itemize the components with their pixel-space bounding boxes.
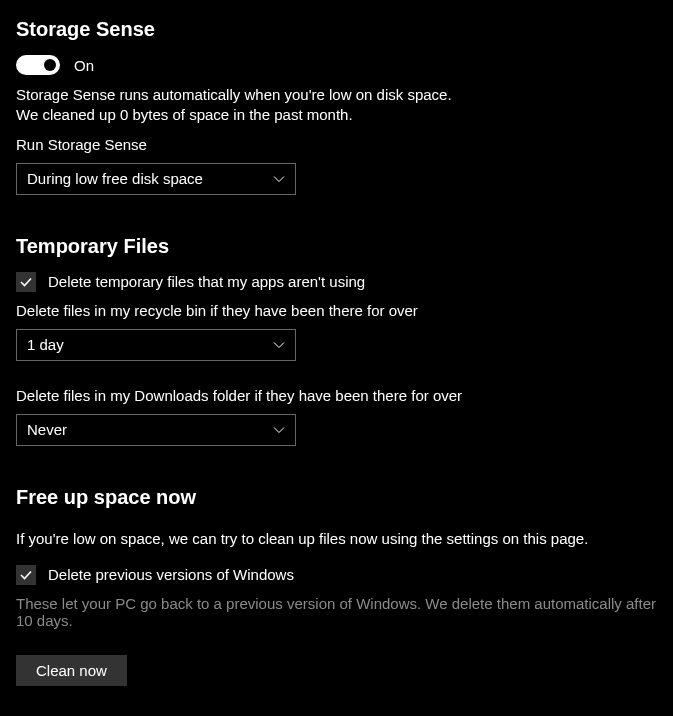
- toggle-knob: [44, 59, 56, 71]
- delete-previous-versions-label: Delete previous versions of Windows: [48, 566, 294, 583]
- clean-now-button[interactable]: Clean now: [16, 655, 127, 686]
- delete-temp-files-checkbox[interactable]: [16, 272, 36, 292]
- chevron-down-icon: [273, 339, 285, 351]
- storage-sense-toggle-row: On: [16, 55, 657, 75]
- downloads-value: Never: [27, 421, 67, 438]
- recycle-bin-label: Delete files in my recycle bin if they h…: [16, 302, 657, 319]
- temporary-files-heading: Temporary Files: [16, 235, 657, 258]
- delete-previous-versions-row: Delete previous versions of Windows: [16, 565, 657, 585]
- chevron-down-icon: [273, 173, 285, 185]
- delete-temp-files-label: Delete temporary files that my apps aren…: [48, 273, 365, 290]
- free-up-space-heading: Free up space now: [16, 486, 657, 509]
- run-storage-sense-value: During low free disk space: [27, 170, 203, 187]
- run-storage-sense-label: Run Storage Sense: [16, 136, 657, 153]
- storage-sense-toggle[interactable]: [16, 55, 60, 75]
- recycle-bin-dropdown[interactable]: 1 day: [16, 329, 296, 361]
- downloads-label: Delete files in my Downloads folder if t…: [16, 387, 657, 404]
- chevron-down-icon: [273, 424, 285, 436]
- storage-sense-section: Storage Sense On Storage Sense runs auto…: [16, 18, 657, 195]
- recycle-bin-value: 1 day: [27, 336, 64, 353]
- checkmark-icon: [19, 275, 33, 289]
- delete-previous-versions-checkbox[interactable]: [16, 565, 36, 585]
- temporary-files-section: Temporary Files Delete temporary files t…: [16, 235, 657, 446]
- storage-sense-toggle-label: On: [74, 57, 94, 74]
- storage-sense-description: Storage Sense runs automatically when yo…: [16, 85, 476, 126]
- previous-versions-hint: These let your PC go back to a previous …: [16, 595, 657, 629]
- free-up-space-section: Free up space now If you're low on space…: [16, 486, 657, 686]
- free-up-space-description: If you're low on space, we can try to cl…: [16, 529, 657, 549]
- run-storage-sense-dropdown[interactable]: During low free disk space: [16, 163, 296, 195]
- storage-sense-heading: Storage Sense: [16, 18, 657, 41]
- downloads-dropdown[interactable]: Never: [16, 414, 296, 446]
- delete-temp-files-row: Delete temporary files that my apps aren…: [16, 272, 657, 292]
- checkmark-icon: [19, 568, 33, 582]
